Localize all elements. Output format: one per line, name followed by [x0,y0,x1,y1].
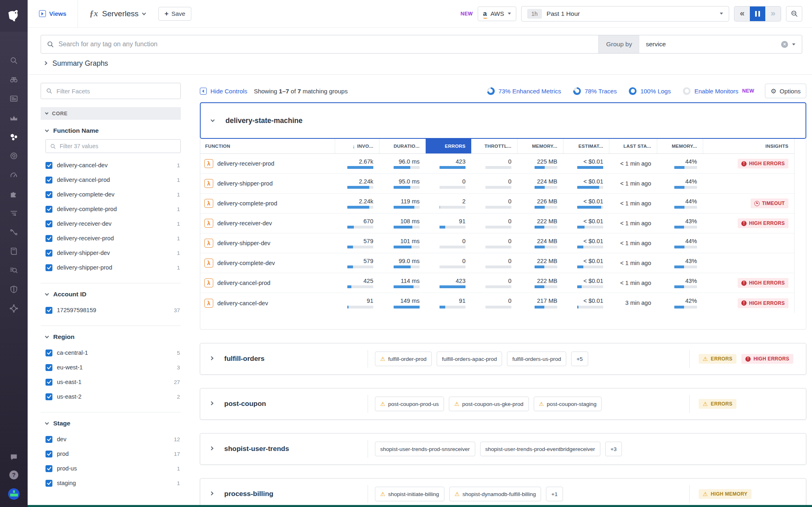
status-badge[interactable]: !HIGH ERRORS [741,354,793,364]
facet-item[interactable]: ca-central-1 5 [45,345,181,360]
checkbox-checked-icon[interactable] [45,250,52,257]
checkbox-checked-icon[interactable] [45,191,52,198]
telemetry-metric[interactable]: 73% Enhanced Metrics [487,87,561,95]
facet-item[interactable]: delivery-receiver-prod 1 [45,231,181,246]
metrics-icon[interactable] [9,113,18,122]
column-header-memory[interactable]: MEMORY... [657,139,703,153]
status-badge[interactable]: ⚠ERRORS [699,354,736,364]
function-name[interactable]: delivery-receiver-prod [217,160,274,167]
facet-section-title[interactable]: Account ID [45,291,181,298]
insight-badge[interactable]: !HIGH ERRORS [738,278,788,288]
facet-section-title[interactable]: Stage [45,420,181,427]
table-row[interactable]: λ delivery-shipper-prod 2.24k 95.0 ms 0 … [200,174,794,194]
facet-item[interactable]: prod-us 1 [45,461,181,476]
network-globe-icon[interactable] [9,304,18,313]
telemetry-metric[interactable]: Enable MonitorsNEW [683,87,754,95]
telemetry-metric[interactable]: 78% Traces [573,87,617,95]
table-row[interactable]: λ delivery-cancel-dev 91 149 ms 91 0 217… [200,293,794,313]
options-button[interactable]: ⚙ Options [765,84,806,98]
checkbox-checked-icon[interactable] [45,480,52,487]
column-header-errors[interactable]: ERRORS [425,139,471,153]
facet-section-title[interactable]: Region [45,333,181,341]
facet-item[interactable]: us-east-2 2 [45,389,181,404]
checkbox-checked-icon[interactable] [45,220,52,227]
table-row[interactable]: λ delivery-receiver-prod 2.67k 96.0 ms 4… [200,154,794,174]
status-badge[interactable]: ⚠ERRORS [699,399,736,409]
filter-facets-input[interactable] [56,88,175,95]
security-shield-icon[interactable] [9,285,18,294]
facet-item[interactable]: staging 1 [45,476,181,490]
rewind-button[interactable]: « [734,6,750,21]
checkbox-checked-icon[interactable] [45,451,52,457]
integrations-puzzle-icon[interactable] [9,190,18,198]
column-header-duratio[interactable]: DURATIO... [379,139,425,153]
function-tag-pill[interactable]: ⚠post-coupon-staging [534,397,602,411]
checkbox-checked-icon[interactable] [45,436,52,443]
table-row[interactable]: λ delivery-shipper-dev 579 101 ms 0 0 22… [200,233,794,253]
function-name[interactable]: delivery-receiver-dev [217,220,272,227]
facet-item[interactable]: us-east-1 27 [45,375,181,389]
column-header-throttl[interactable]: THROTTL... [471,139,517,153]
checkbox-checked-icon[interactable] [45,379,52,386]
function-tag-pill[interactable]: ⚠fulfill-order-prod [375,352,432,366]
function-name[interactable]: delivery-shipper-dev [217,240,271,246]
search-icon[interactable] [9,56,18,65]
insight-badge[interactable]: !HIGH ERRORS [738,298,788,308]
save-button[interactable]: + Save [158,7,191,21]
function-name[interactable]: delivery-shipper-prod [217,180,273,187]
events-icon[interactable] [9,94,18,103]
user-avatar[interactable] [8,488,19,500]
column-header-function[interactable]: FUNCTION [200,139,335,153]
telemetry-metric[interactable]: 100% Logs [629,87,671,95]
cloud-provider-select[interactable]: a AWS [478,6,516,21]
core-section-header[interactable]: CORE [41,107,181,120]
checkbox-checked-icon[interactable] [45,465,52,472]
group-expand-toggle[interactable]: shopist-user-trends [210,445,368,453]
facet-item[interactable]: eu-west-1 3 [45,360,181,375]
feedback-chat-icon[interactable] [9,453,18,462]
insight-badge[interactable]: !HIGH ERRORS [738,159,788,168]
insight-badge[interactable]: TIMEOUT [751,198,788,208]
table-row[interactable]: λ delivery-receiver-dev 670 108 ms 91 0 … [200,214,794,233]
insight-badge[interactable]: !HIGH ERRORS [738,218,788,228]
more-tags-pill[interactable]: +1 [546,487,563,501]
facet-item[interactable]: delivery-cancel-prod 1 [45,173,181,187]
hide-controls-button[interactable]: Hide Controls [200,88,247,95]
log-explorer-icon[interactable] [9,266,18,275]
facet-item[interactable]: delivery-complete-dev 1 [45,187,181,202]
clear-group-by-icon[interactable]: × [781,41,788,48]
synthetics-icon[interactable] [9,151,18,160]
group-header[interactable]: delivery-state-machine [200,102,806,139]
function-tag-pill[interactable]: shopist-user-trends-prod-snsreceiver [375,442,475,456]
facet-item[interactable]: delivery-shipper-prod 1 [45,260,181,275]
group-expand-toggle[interactable]: process-billing [210,490,368,498]
facet-item[interactable]: delivery-complete-prod 1 [45,202,181,216]
facet-item[interactable]: 172597598159 37 [45,303,181,317]
facet-item[interactable]: dev 12 [45,432,181,447]
column-header-laststa[interactable]: LAST STA... [609,139,657,153]
function-tag-pill[interactable]: ⚠shopist-initiate-billing [375,487,444,501]
checkbox-checked-icon[interactable] [45,350,52,356]
function-tag-pill[interactable]: fulfill-orders-us-prod [507,352,566,366]
facet-section-title[interactable]: Function Name [45,127,181,134]
time-range-select[interactable]: 1h Past 1 Hour [521,6,729,22]
more-tags-pill[interactable]: +5 [571,352,588,366]
zoom-out-button[interactable] [786,6,802,22]
facet-item[interactable]: delivery-receiver-dev 1 [45,216,181,231]
watchdog-binoculars-icon[interactable] [9,75,18,84]
logs-filter-icon[interactable] [9,209,18,218]
function-name[interactable]: delivery-cancel-prod [217,280,271,286]
checkbox-checked-icon[interactable] [45,162,52,169]
column-header-estimat[interactable]: ESTIMAT... [563,139,609,153]
checkbox-checked-icon[interactable] [45,235,52,242]
table-row[interactable]: λ delivery-cancel-prod 425 114 ms 423 0 … [200,273,794,293]
column-header-invo[interactable]: ↓INVO... [335,139,379,153]
help-icon[interactable]: ? [9,470,18,479]
forward-button[interactable]: » [765,6,781,21]
column-header-memory[interactable]: MEMORY... [517,139,563,153]
summary-graphs-toggle[interactable]: Summary Graphs [28,59,812,75]
status-badge[interactable]: ⚠HIGH MEMORY [699,489,751,499]
group-expand-toggle[interactable]: fulfill-orders [210,355,368,363]
datadog-logo[interactable] [0,0,28,32]
checkbox-checked-icon[interactable] [45,393,52,400]
